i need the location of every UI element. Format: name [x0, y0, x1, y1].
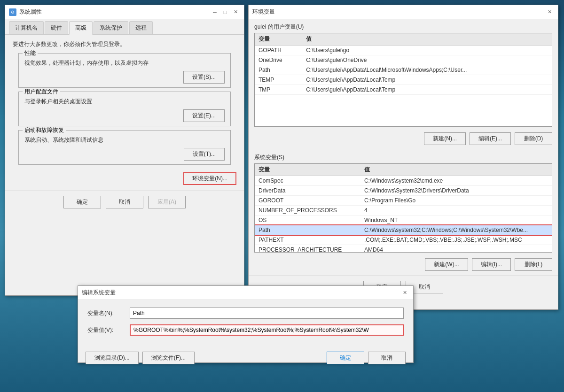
user-var-value: C:\Users\gulei\AppData\Local\Microsoft\W…: [302, 65, 552, 75]
sys-var-value: C:\Windows\system32;C:\Windows;C:\Window…: [360, 225, 552, 235]
user-vars-buttons: 新建(N)... 编辑(E)... 删除(D): [249, 131, 558, 150]
var-name-label: 变量名(N):: [87, 309, 130, 317]
close-button[interactable]: ✕: [231, 8, 240, 17]
sys-var-header: 变量: [255, 164, 360, 176]
sys-props-icon: ⚙: [9, 8, 16, 16]
var-name-input[interactable]: [130, 307, 404, 319]
user-var-name: GOPATH: [255, 46, 302, 55]
env-vars-title: 环境变量: [252, 8, 275, 16]
sys-var-row[interactable]: ComSpecC:\Windows\system32\cmd.exe: [255, 176, 552, 186]
user-var-row[interactable]: GOPATHC:\Users\gulei\go: [255, 46, 552, 55]
user-profiles-section: 用户配置文件 与登录帐户相关的桌面设置 设置(E)...: [18, 92, 231, 126]
user-profiles-settings-button[interactable]: 设置(E)...: [183, 109, 225, 122]
startup-recovery-section: 启动和故障恢复 系统启动、系统故障和调试信息 设置(T)...: [18, 130, 231, 165]
var-name-row: 变量名(N):: [87, 307, 404, 319]
tab-system-protection[interactable]: 系统保护: [94, 21, 128, 34]
user-var-name: OneDrive: [255, 55, 302, 65]
user-var-row[interactable]: OneDriveC:\Users\gulei\OneDrive: [255, 55, 552, 65]
sys-props-apply-button[interactable]: 应用(A): [148, 196, 186, 208]
sys-new-button[interactable]: 新建(W)...: [425, 258, 468, 271]
var-value-row: 变量值(V):: [87, 324, 404, 336]
sys-var-value: C:\Windows\System32\Drivers\DriverData: [360, 186, 552, 196]
edit-dialog-title: 编辑系统变量: [82, 289, 116, 297]
startup-recovery-settings-button[interactable]: 设置(T)...: [184, 148, 225, 161]
user-var-name: TMP: [255, 85, 302, 95]
user-var-value: C:\Users\gulei\go: [302, 46, 552, 55]
edit-dialog-content: 变量名(N): 变量值(V):: [78, 300, 413, 349]
sys-var-value: Windows_NT: [360, 215, 552, 225]
edit-system-variable-dialog: 编辑系统变量 ✕ 变量名(N): 变量值(V): 浏览目录(D)... 浏览文件…: [78, 285, 414, 363]
sys-var-value: C:\Program Files\Go: [360, 196, 552, 206]
performance-desc: 视觉效果，处理器计划，内存使用，以及虚拟内存: [24, 59, 225, 67]
user-delete-button[interactable]: 删除(D): [515, 132, 552, 145]
edit-dialog-buttons: 浏览目录(D)... 浏览文件(F)... 确定 取消: [78, 349, 413, 369]
environment-variables-button[interactable]: 环境变量(N)...: [183, 172, 236, 185]
env-close-button[interactable]: ✕: [545, 8, 554, 17]
sys-var-name: Path: [255, 225, 360, 235]
sys-var-row[interactable]: OSWindows_NT: [255, 215, 552, 225]
user-var-value: C:\Users\gulei\OneDrive: [302, 55, 552, 65]
user-vars-table-container[interactable]: 变量 值 GOPATHC:\Users\gulei\goOneDriveC:\U…: [254, 33, 552, 127]
user-var-header: 变量: [255, 33, 302, 46]
var-value-input[interactable]: [130, 324, 404, 336]
user-var-value: C:\Users\gulei\AppData\Local\Temp: [302, 85, 552, 95]
tab-advanced[interactable]: 高级: [69, 21, 93, 35]
edit-dialog-ok-button[interactable]: 确定: [327, 352, 364, 364]
startup-recovery-label: 启动和故障恢复: [23, 126, 66, 134]
browse-dir-button[interactable]: 浏览目录(D)...: [86, 352, 139, 364]
sys-vars-table: 变量 值 ComSpecC:\Windows\system32\cmd.exeD…: [255, 164, 552, 253]
sys-var-row[interactable]: DriverDataC:\Windows\System32\Drivers\Dr…: [255, 186, 552, 196]
user-profiles-desc: 与登录帐户相关的桌面设置: [24, 98, 225, 106]
performance-section: 性能 视觉效果，处理器计划，内存使用，以及虚拟内存 设置(S)...: [18, 53, 231, 88]
user-val-header: 值: [302, 33, 552, 46]
tab-hardware[interactable]: 硬件: [45, 21, 68, 34]
sys-delete-button[interactable]: 删除(L): [515, 258, 552, 271]
sys-var-row[interactable]: PathC:\Windows\system32;C:\Windows;C:\Wi…: [255, 225, 552, 235]
environment-variables-window: 环境变量 ✕ gulei 的用户变量(U) 变量 值 GOPATHC:\User…: [248, 5, 558, 310]
user-new-button[interactable]: 新建(N)...: [424, 132, 466, 145]
sys-var-value: AMD64: [360, 245, 552, 253]
user-var-row[interactable]: PathC:\Users\gulei\AppData\Local\Microso…: [255, 65, 552, 75]
system-properties-window: ⚙ 系统属性 ─ □ ✕ 计算机名 硬件 高级 系统保护 远程 要进行大多数更改…: [5, 5, 244, 296]
sys-vars-table-container[interactable]: 变量 值 ComSpecC:\Windows\system32\cmd.exeD…: [254, 163, 552, 253]
user-edit-button[interactable]: 编辑(E)...: [470, 132, 511, 145]
sys-edit-button[interactable]: 编辑(I)...: [472, 258, 511, 271]
tabs-bar: 计算机名 硬件 高级 系统保护 远程: [5, 19, 244, 35]
advanced-tab-content: 要进行大多数更改，你必须作为管理员登录。 性能 视觉效果，处理器计划，内存使用，…: [5, 35, 244, 191]
sys-vars-section-title: 系统变量(S): [249, 150, 558, 163]
sys-var-name: NUMBER_OF_PROCESSORS: [255, 206, 360, 215]
sys-vars-buttons: 新建(W)... 编辑(I)... 删除(L): [249, 256, 558, 276]
sys-var-value: .COM;.EXE;.BAT;.CMD;.VBS;.VBE;.JS;.JSE;.…: [360, 235, 552, 245]
sys-var-name: ComSpec: [255, 176, 360, 186]
sys-var-row[interactable]: NUMBER_OF_PROCESSORS4: [255, 206, 552, 215]
sys-props-title-bar: ⚙ 系统属性 ─ □ ✕: [5, 5, 244, 19]
browse-file-button[interactable]: 浏览文件(F)...: [142, 352, 195, 364]
sys-var-row[interactable]: GOROOTC:\Program Files\Go: [255, 196, 552, 206]
maximize-button[interactable]: □: [220, 8, 230, 17]
edit-dialog-cancel-button[interactable]: 取消: [368, 352, 406, 364]
performance-label: 性能: [23, 49, 38, 57]
user-vars-section-title: gulei 的用户变量(U): [249, 19, 558, 33]
edit-dialog-title-bar: 编辑系统变量 ✕: [78, 286, 413, 300]
sys-var-row[interactable]: PROCESSOR_ARCHITECTUREAMD64: [255, 245, 552, 253]
user-var-row[interactable]: TMPC:\Users\gulei\AppData\Local\Temp: [255, 85, 552, 95]
user-var-name: TEMP: [255, 75, 302, 85]
user-var-row[interactable]: TEMPC:\Users\gulei\AppData\Local\Temp: [255, 75, 552, 85]
sys-props-ok-button[interactable]: 确定: [63, 196, 101, 208]
sys-val-header: 值: [360, 164, 552, 176]
var-value-label: 变量值(V):: [87, 326, 130, 334]
sys-var-row[interactable]: PATHEXT.COM;.EXE;.BAT;.CMD;.VBS;.VBE;.JS…: [255, 235, 552, 245]
performance-settings-button[interactable]: 设置(S)...: [183, 71, 225, 84]
sys-var-value: 4: [360, 206, 552, 215]
minimize-button[interactable]: ─: [210, 8, 219, 17]
admin-info-text: 要进行大多数更改，你必须作为管理员登录。: [13, 40, 236, 48]
sys-var-name: DriverData: [255, 186, 360, 196]
sys-props-cancel-button[interactable]: 取消: [106, 196, 143, 208]
edit-dialog-close-button[interactable]: ✕: [400, 288, 409, 298]
user-profiles-label: 用户配置文件: [23, 88, 60, 96]
tab-computer-name[interactable]: 计算机名: [9, 21, 44, 34]
sys-props-title: 系统属性: [19, 8, 42, 16]
sys-var-name: GOROOT: [255, 196, 360, 206]
sys-var-name: OS: [255, 215, 360, 225]
tab-remote[interactable]: 远程: [129, 21, 153, 34]
